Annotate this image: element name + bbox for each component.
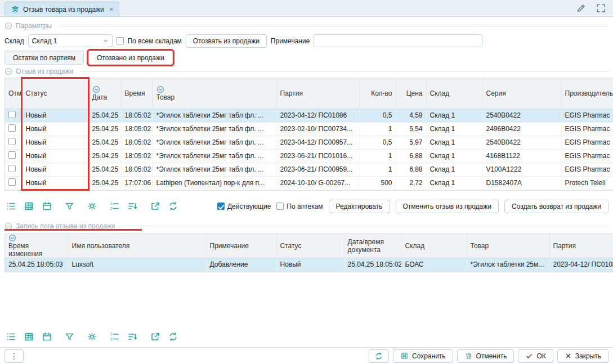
svg-text:2: 2 — [110, 337, 113, 341]
table-row[interactable]: Новый 25.04.25 18:05:02 *Эгилок таблетки… — [5, 163, 613, 176]
gear-icon — [87, 331, 97, 342]
cell-user: Luxsoft — [68, 258, 206, 271]
table-row[interactable]: Новый 25.04.25 18:05:02 *Эгилок таблетки… — [5, 109, 613, 122]
col-warehouse[interactable]: Склад — [426, 78, 482, 109]
warehouse-select[interactable]: Склад 1 — [28, 34, 113, 47]
export-button[interactable] — [149, 200, 161, 213]
cell-check — [5, 109, 22, 122]
row-checkbox[interactable] — [8, 124, 16, 132]
all-warehouses-checkbox[interactable] — [117, 37, 124, 44]
settings-button[interactable] — [86, 330, 98, 343]
cell-price: 5,97 — [396, 136, 426, 149]
filter-button[interactable] — [63, 200, 75, 213]
row-checkbox[interactable] — [8, 165, 16, 172]
col-price[interactable]: Цена — [396, 78, 426, 109]
cell-manufacturer: EGIS Pharmac — [561, 122, 613, 136]
col-manufacturer[interactable]: Производитель — [561, 78, 613, 109]
col-log-warehouse[interactable]: Склад — [401, 234, 467, 258]
cell-warehouse: Склад 1 — [426, 136, 482, 149]
col-change-time[interactable]: Время изменения — [5, 234, 68, 258]
save-button[interactable]: Сохранить — [393, 349, 453, 363]
list-view-button[interactable] — [5, 330, 17, 343]
collapse-circle-minus-icon[interactable] — [5, 22, 12, 30]
ok-button[interactable]: ОК — [518, 349, 553, 363]
refresh-button[interactable] — [167, 200, 179, 213]
table-view-button[interactable] — [23, 200, 35, 213]
close-button[interactable]: Закрыть — [557, 349, 608, 363]
cell-product: Lathipen (Тиопентал) пор-к для п... — [153, 176, 276, 190]
cell-product: *Эгилок таблетки 25м... — [467, 258, 549, 271]
sort-button[interactable] — [126, 200, 138, 213]
sort-button[interactable] — [126, 330, 138, 343]
table-view-button[interactable] — [23, 330, 35, 343]
cell-qty: 0,5 — [360, 136, 396, 149]
calendar-button[interactable] — [41, 200, 53, 213]
col-series[interactable]: Серия — [482, 78, 561, 109]
trash-icon — [464, 352, 473, 360]
col-time[interactable]: Время — [121, 78, 153, 109]
col-product[interactable]: Товар — [153, 78, 276, 109]
collapse-circle-minus-icon[interactable] — [5, 222, 12, 230]
recall-section-title: Отзыв из продажи — [16, 68, 73, 75]
cell-time: 17:07:06 — [121, 176, 153, 190]
row-checkbox[interactable] — [8, 138, 16, 145]
note-label: Примечание — [271, 37, 310, 45]
cell-warehouse: Склад 1 — [426, 149, 482, 163]
log-table-container: Время изменения Имя пользователя Примеча… — [5, 233, 613, 272]
calendar-button[interactable] — [41, 330, 53, 343]
col-log-product[interactable]: Товар — [467, 234, 549, 258]
row-checkbox[interactable] — [8, 178, 16, 186]
edit-pencil-icon[interactable] — [576, 3, 587, 14]
col-doc-datetime[interactable]: Дата/время документа — [344, 234, 401, 258]
collapse-circle-minus-icon[interactable] — [5, 68, 12, 75]
numbered-list-button[interactable]: 1 2 — [108, 200, 120, 213]
table-row[interactable]: Новый 25.04.25 18:05:02 *Эгилок таблетки… — [5, 136, 613, 149]
recall-table-container: Отм. Статус Дата Время Товар Партия Кол-… — [5, 78, 613, 191]
table-row[interactable]: Новый 25.04.25 17:07:06 Lathipen (Тиопен… — [5, 176, 613, 190]
active-only-checkbox[interactable] — [217, 203, 225, 210]
cell-manufacturer: Protech Teleli — [561, 176, 613, 190]
col-qty[interactable]: Кол-во — [360, 78, 396, 109]
cell-status: Новый — [22, 122, 88, 136]
cell-date: 25.04.25 — [88, 176, 121, 190]
cell-check — [5, 136, 22, 149]
footer-refresh-button[interactable] — [369, 349, 389, 363]
numbered-list-button[interactable]: 1 2 — [108, 330, 120, 343]
close-x-icon — [565, 352, 572, 359]
tab-close-icon[interactable]: × — [109, 6, 114, 13]
tab-stock-by-batches[interactable]: Остатки по партиям — [5, 51, 84, 65]
log-table-row[interactable]: 25.04.25 18:05:03 Luxsoft Добавление Нов… — [5, 258, 613, 271]
cell-status: Новый — [276, 258, 344, 271]
export-button[interactable] — [149, 330, 161, 343]
col-user[interactable]: Имя пользователя — [68, 234, 206, 258]
export-icon — [150, 201, 160, 212]
filter-button[interactable] — [63, 330, 75, 343]
expand-icon[interactable] — [596, 3, 606, 14]
cell-change-time: 25.04.25 18:05:03 — [5, 258, 68, 271]
col-note[interactable]: Примечание — [206, 234, 276, 258]
col-date[interactable]: Дата — [88, 78, 121, 109]
table-row[interactable]: Новый 25.04.25 18:05:02 *Эгилок таблетки… — [5, 122, 613, 136]
col-log-status[interactable]: Статус — [276, 234, 344, 258]
settings-button[interactable] — [86, 200, 98, 213]
cancel-button[interactable]: Отменить — [457, 349, 514, 363]
window-tab-bar: Отзыв товара из продажи × — [0, 0, 613, 17]
edit-button[interactable]: Редактировать — [329, 200, 390, 213]
row-checkbox[interactable] — [8, 111, 16, 118]
tab-recalled-from-sale[interactable]: Отозвано из продажи — [88, 51, 173, 65]
create-return-button[interactable]: Создать возврат из продажи — [504, 200, 608, 213]
col-status[interactable]: Статус — [22, 78, 88, 109]
col-check[interactable]: Отм. — [5, 78, 22, 109]
document-tab[interactable]: Отзыв товара из продажи × — [5, 2, 119, 16]
refresh-button[interactable] — [167, 330, 179, 343]
row-checkbox[interactable] — [8, 151, 16, 159]
kebab-menu-button[interactable]: ⋮ — [5, 349, 24, 363]
list-view-button[interactable] — [5, 200, 17, 213]
col-log-batch[interactable]: Партия — [549, 234, 613, 258]
table-row[interactable]: Новый 25.04.25 18:05:02 *Эгилок таблетки… — [5, 149, 613, 163]
col-batch[interactable]: Партия — [276, 78, 360, 109]
by-pharmacy-checkbox[interactable] — [276, 203, 284, 210]
cancel-recall-button[interactable]: Отменить отзыв из продажи — [396, 200, 499, 213]
recall-from-sale-button[interactable]: Отозвать из продажи — [186, 34, 267, 48]
note-input[interactable] — [314, 34, 482, 47]
